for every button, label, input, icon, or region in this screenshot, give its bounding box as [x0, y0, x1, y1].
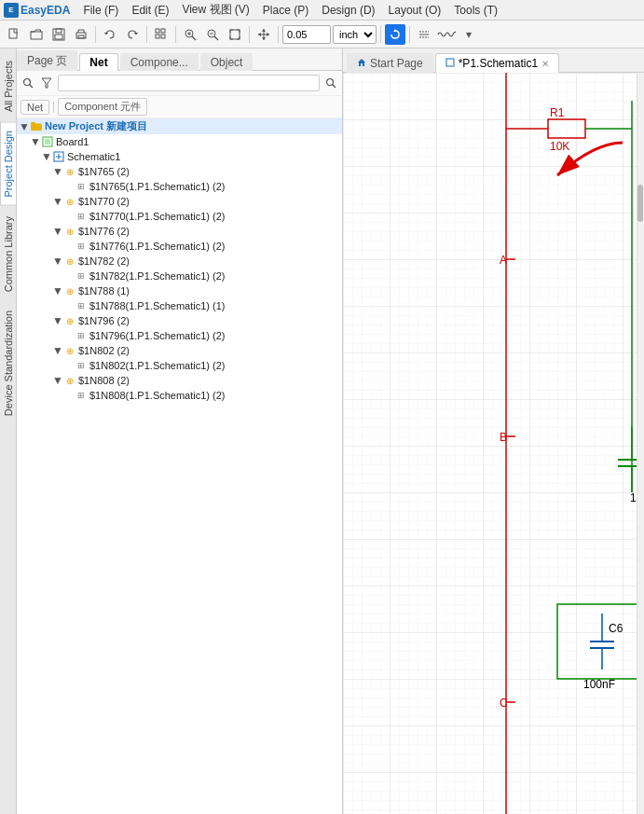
- zoom-fit-button[interactable]: [225, 24, 245, 45]
- board1-label: Board1: [56, 136, 89, 147]
- menu-edit[interactable]: Edit (E): [126, 2, 174, 19]
- tree-1n802[interactable]: ▼ ⊕ $1N802 (2): [17, 343, 342, 358]
- panel-tabs: Page 页 Net Compone... Object: [17, 48, 342, 71]
- svg-marker-21: [258, 33, 261, 36]
- tree-1n770-child[interactable]: ⊞ $1N770(1.P1.Schematic1) (2): [17, 209, 342, 224]
- svg-marker-19: [262, 29, 266, 32]
- expander-board1[interactable]: ▼: [30, 135, 41, 148]
- more-button[interactable]: ▾: [459, 24, 479, 45]
- tree-1n796-child[interactable]: ⊞ $1N796(1.P1.Schematic1) (2): [17, 328, 342, 343]
- grid-background: R1 10K A B C: [343, 73, 644, 814]
- tab-page[interactable]: Page 页: [17, 50, 77, 71]
- vert-tab-project-design[interactable]: Project Design: [0, 122, 17, 206]
- vert-sidebar: All Projects Project Design Common Libra…: [0, 48, 17, 814]
- expander-1n776[interactable]: ▼: [52, 225, 63, 238]
- svg-rect-18: [230, 30, 240, 39]
- move-button[interactable]: [253, 24, 274, 45]
- tree-1n808[interactable]: ▼ ⊕ $1N808 (2): [17, 373, 342, 388]
- search-icon[interactable]: [21, 76, 35, 90]
- tab-net[interactable]: Net: [79, 53, 117, 71]
- tree-1n802-child[interactable]: ⊞ $1N802(1.P1.Schematic1) (2): [17, 358, 342, 373]
- svg-marker-20: [262, 37, 266, 40]
- svg-rect-38: [446, 59, 454, 66]
- expander-project[interactable]: ▼: [19, 120, 30, 133]
- svg-rect-33: [45, 139, 50, 145]
- tree-board1[interactable]: ▼ Board1: [17, 134, 342, 149]
- filter-component[interactable]: Component 元件: [58, 98, 147, 116]
- expander-1n808[interactable]: ▼: [52, 374, 63, 387]
- expander-1n782[interactable]: ▼: [52, 255, 63, 268]
- tree-1n776[interactable]: ▼ ⊕ $1N776 (2): [17, 224, 342, 239]
- tree-1n782-child[interactable]: ⊞ $1N782(1.P1.Schematic1) (2): [17, 269, 342, 283]
- label-1n782-child: $1N782(1.P1.Schematic1) (2): [89, 270, 226, 282]
- tab-schematic1[interactable]: *P1.Schematic1 ✕: [435, 53, 559, 73]
- expander-1n765[interactable]: ▼: [52, 165, 63, 178]
- tree-1n788[interactable]: ▼ ⊕ $1N788 (1): [17, 283, 342, 298]
- vertical-scrollbar[interactable]: [637, 73, 644, 814]
- home-icon: [357, 57, 366, 70]
- expander-1n788[interactable]: ▼: [52, 284, 63, 297]
- tree-1n796[interactable]: ▼ ⊕ $1N796 (2): [17, 313, 342, 328]
- refresh-button[interactable]: [385, 24, 405, 45]
- net-child-icon-1n808: ⊞: [75, 389, 88, 402]
- main-layout: All Projects Project Design Common Libra…: [0, 48, 644, 814]
- grid-value-input[interactable]: 0.05: [282, 25, 331, 44]
- expander-1n802[interactable]: ▼: [52, 344, 63, 357]
- net-child-icon-1n796: ⊞: [75, 329, 88, 342]
- print-button[interactable]: [71, 24, 91, 45]
- tree-1n782[interactable]: ▼ ⊕ $1N782 (2): [17, 254, 342, 269]
- search-input[interactable]: [58, 75, 320, 91]
- expander-1n770[interactable]: ▼: [52, 195, 63, 208]
- tree-schematic1[interactable]: ▼ Schematic1: [17, 149, 342, 164]
- zoom-out-button[interactable]: [202, 24, 223, 45]
- align-button[interactable]: [414, 24, 434, 45]
- svg-rect-10: [161, 34, 165, 38]
- redo-button[interactable]: [122, 24, 143, 45]
- menu-layout[interactable]: Layout (O): [383, 2, 447, 19]
- open-button[interactable]: [26, 24, 47, 45]
- vert-tab-device-standardization[interactable]: Device Standardization: [0, 302, 17, 424]
- tab-object[interactable]: Object: [200, 53, 253, 71]
- expander-schematic1[interactable]: ▼: [41, 150, 52, 163]
- menu-design[interactable]: Design (D): [316, 2, 380, 19]
- tree-1n808-child[interactable]: ⊞ $1N808(1.P1.Schematic1) (2): [17, 388, 342, 403]
- zoom-in-button[interactable]: [180, 24, 200, 45]
- vert-tab-common-library[interactable]: Common Library: [0, 208, 17, 300]
- tab-start-page[interactable]: Start Page: [347, 53, 433, 73]
- search-go-button[interactable]: [323, 76, 338, 90]
- tree-1n788-child[interactable]: ⊞ $1N788(1.P1.Schematic1) (1): [17, 298, 342, 313]
- tree-1n765-child[interactable]: ⊞ $1N765(1.P1.Schematic1) (2): [17, 179, 342, 194]
- tree-project-root[interactable]: ▼ New Project 新建项目: [17, 118, 342, 134]
- tab-close-button[interactable]: ✕: [541, 59, 549, 69]
- tree-1n765[interactable]: ▼ ⊕ $1N765 (2): [17, 164, 342, 179]
- unit-select[interactable]: inch mm mil: [333, 25, 377, 44]
- component-array-button[interactable]: [151, 24, 171, 45]
- new-button[interactable]: [4, 24, 24, 45]
- svg-rect-40: [343, 73, 644, 814]
- tree-1n770[interactable]: ▼ ⊕ $1N770 (2): [17, 194, 342, 209]
- vert-tab-all-projects[interactable]: All Projects: [0, 52, 17, 120]
- menu-file[interactable]: File (F): [77, 2, 124, 19]
- svg-rect-1: [31, 32, 42, 39]
- label-1n770: $1N770 (2): [78, 196, 130, 207]
- menu-place[interactable]: Place (P): [257, 2, 314, 19]
- wave-button[interactable]: [436, 24, 457, 45]
- menu-view[interactable]: View 视图 (V): [176, 0, 254, 20]
- schematic-tab-icon: [445, 57, 455, 70]
- expander-1n796[interactable]: ▼: [52, 314, 63, 327]
- scroll-thumb[interactable]: [637, 185, 643, 222]
- filter-icon[interactable]: [39, 76, 54, 90]
- schematic-icon: [52, 150, 65, 163]
- svg-text:R1: R1: [550, 106, 565, 119]
- svg-marker-37: [358, 59, 365, 66]
- tab-component[interactable]: Compone...: [120, 53, 199, 71]
- filter-net[interactable]: Net: [21, 100, 49, 115]
- tree-1n776-child[interactable]: ⊞ $1N776(1.P1.Schematic1) (2): [17, 239, 342, 254]
- save-button[interactable]: [48, 24, 69, 45]
- menu-tools[interactable]: Tools (T): [448, 2, 503, 19]
- svg-text:B: B: [500, 431, 507, 444]
- svg-rect-6: [78, 35, 84, 38]
- svg-line-31: [333, 85, 336, 89]
- schematic-canvas[interactable]: R1 10K A B C: [343, 73, 644, 814]
- undo-button[interactable]: [100, 24, 120, 45]
